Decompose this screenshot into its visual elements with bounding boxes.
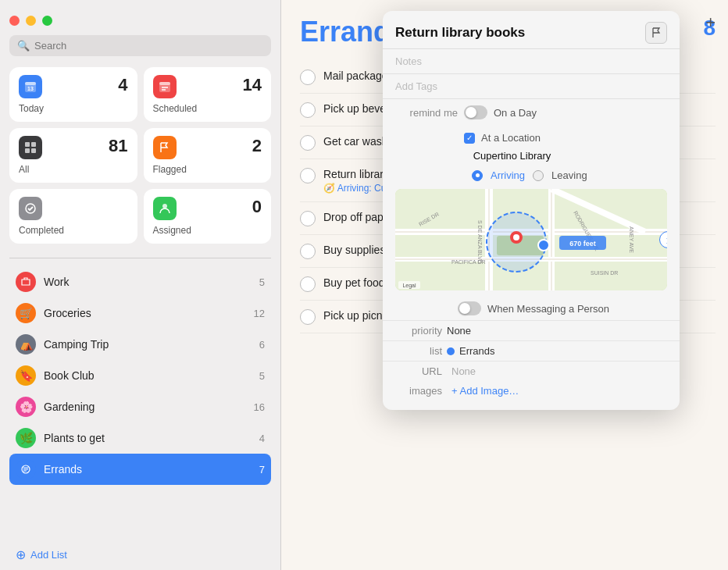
svg-text:PACIFICA DR: PACIFICA DR (451, 259, 485, 265)
flagged-label: Flagged (153, 164, 262, 175)
remind-me-row: remind me On a Day (383, 99, 680, 126)
work-list-name: Work (44, 276, 259, 288)
errands-list-count: 7 (259, 464, 265, 476)
list-item-work[interactable]: Work 5 (9, 266, 271, 297)
smart-list-all[interactable]: 81 All (9, 128, 137, 183)
on-a-day-label: On a Day (494, 107, 537, 119)
list-row: list Errands (383, 340, 680, 361)
gardening-list-count: 16 (254, 401, 265, 413)
assigned-count: 0 (252, 197, 262, 217)
maximize-button[interactable] (42, 16, 52, 26)
svg-rect-1 (25, 82, 36, 85)
groceries-list-name: Groceries (44, 307, 254, 319)
tags-placeholder: Add Tags (395, 80, 437, 92)
task-checkbox[interactable] (300, 135, 316, 151)
plants-list-count: 4 (259, 433, 265, 444)
search-input[interactable] (34, 40, 263, 52)
bookclub-list-icon: 🔖 (16, 365, 36, 386)
when-messaging-row: · When Messaging a Person (383, 297, 680, 320)
map-container: RISE DR RODRIGUES AVE S DE ANZA BLVD PAC… (395, 189, 667, 290)
completed-icon (19, 197, 42, 220)
list-item-camping[interactable]: ⛺ Camping Trip 6 (9, 329, 271, 360)
images-label: images (395, 385, 442, 397)
leaving-label: Leaving (551, 169, 587, 181)
all-count: 81 (109, 136, 127, 156)
smart-list-scheduled[interactable]: 14 Scheduled (144, 67, 272, 122)
at-location-label: At a Location (481, 132, 541, 144)
list-dot (447, 347, 455, 355)
svg-text:670 feet: 670 feet (569, 240, 596, 248)
bookclub-list-name: Book Club (44, 369, 259, 382)
svg-text:SUISIN DR: SUISIN DR (591, 270, 618, 276)
gardening-list-name: Gardening (44, 401, 254, 413)
smart-list-today[interactable]: 13 4 Today (9, 67, 137, 122)
list-label: list (395, 345, 442, 357)
minimize-button[interactable] (26, 16, 36, 26)
all-label: All (19, 164, 128, 175)
remind-me-label: remind me (395, 107, 458, 119)
list-item-gardening[interactable]: 🌸 Gardening 16 (9, 391, 271, 422)
add-list-button[interactable]: ⊕ Add List (9, 540, 271, 570)
when-messaging-label: When Messaging a Person (487, 303, 609, 315)
close-button[interactable] (9, 16, 20, 26)
priority-label: priority (395, 325, 442, 337)
svg-point-37 (538, 240, 549, 251)
list-value: Errands (459, 345, 495, 357)
list-item-bookclub[interactable]: 🔖 Book Club 5 (9, 360, 271, 391)
smart-list-completed[interactable]: Completed (9, 189, 137, 244)
tags-field[interactable]: Add Tags (383, 74, 680, 99)
camping-list-name: Camping Trip (44, 338, 259, 351)
plants-list-icon: 🌿 (16, 428, 36, 448)
on-a-day-toggle[interactable] (464, 105, 487, 119)
arriving-radio[interactable] (472, 170, 483, 181)
assigned-icon (153, 197, 177, 220)
at-location-row: ✓ At a Location (383, 126, 680, 150)
camping-list-count: 6 (259, 339, 265, 351)
at-location-checkbox[interactable]: ✓ (464, 133, 475, 144)
arriving-leaving-row: · Arriving Leaving (383, 165, 680, 186)
sidebar: 🔍 13 4 Today (0, 0, 281, 570)
today-label: Today (19, 103, 128, 114)
task-checkbox[interactable] (300, 168, 316, 183)
list-item-groceries[interactable]: 🛒 Groceries 12 (9, 297, 271, 329)
leaving-radio[interactable] (533, 170, 544, 181)
list-section: Work 5 🛒 Groceries 12 ⛺ Camping Trip 6 🔖… (9, 266, 271, 540)
when-messaging-toggle[interactable] (458, 301, 481, 315)
detail-header: Return library books (383, 11, 680, 49)
task-checkbox[interactable] (300, 211, 316, 226)
list-item-errands[interactable]: Errands 7 (9, 454, 271, 485)
images-row: images + Add Image… (383, 381, 680, 401)
svg-text:13: 13 (27, 86, 34, 91)
plus-icon: ⊕ (16, 547, 26, 562)
flagged-icon (153, 136, 177, 159)
task-checkbox[interactable] (300, 244, 316, 259)
work-list-icon (16, 272, 36, 292)
search-bar[interactable]: 🔍 (9, 35, 271, 56)
gardening-list-icon: 🌸 (16, 397, 36, 417)
flag-button[interactable] (645, 22, 667, 44)
smart-list-assigned[interactable]: 0 Assigned (144, 189, 272, 244)
bookclub-list-count: 5 (259, 370, 265, 382)
svg-point-36 (513, 234, 519, 240)
task-text: Buy pet food (323, 276, 385, 291)
list-item-plants[interactable]: 🌿 Plants to get 4 (9, 422, 271, 454)
assigned-label: Assigned (153, 225, 262, 236)
svg-point-12 (162, 204, 167, 208)
svg-text:Legal: Legal (402, 283, 416, 289)
task-checkbox[interactable] (300, 69, 316, 85)
smart-list-flagged[interactable]: 2 Flagged (144, 128, 272, 183)
priority-row: priority None (383, 320, 680, 340)
location-block: Cupertino Library (383, 150, 680, 165)
notes-placeholder: Notes (395, 55, 422, 67)
svg-rect-8 (31, 142, 36, 147)
task-checkbox[interactable] (300, 102, 316, 118)
notes-field[interactable]: Notes (383, 49, 680, 74)
groceries-list-count: 12 (254, 308, 265, 319)
svg-rect-4 (159, 82, 170, 85)
add-image-button[interactable]: + Add Image… (451, 385, 519, 397)
search-icon: 🔍 (17, 40, 30, 52)
add-button[interactable]: + (705, 12, 716, 33)
task-checkbox[interactable] (300, 309, 316, 325)
arriving-label: Arriving (491, 169, 525, 181)
task-checkbox[interactable] (300, 276, 316, 292)
